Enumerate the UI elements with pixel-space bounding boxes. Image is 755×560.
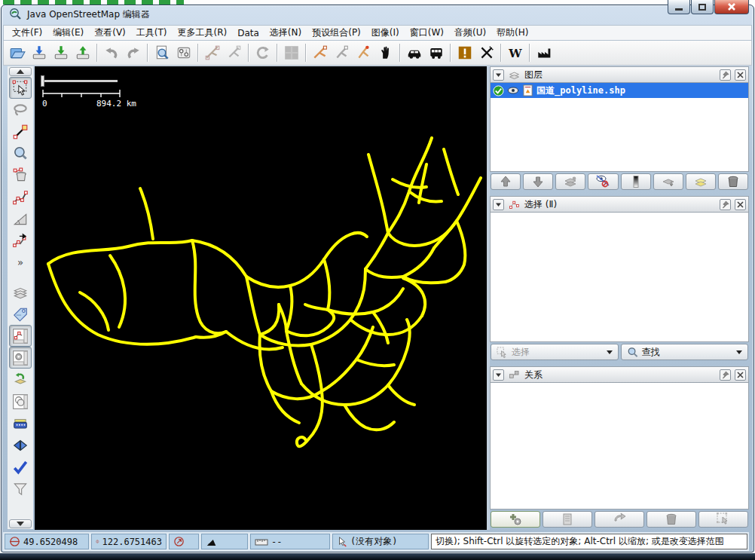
map-canvas[interactable]: 0 894.2 km — [35, 66, 487, 530]
menu-audio[interactable]: 音频(U) — [449, 25, 491, 41]
menu-selection[interactable]: 选择(N) — [264, 25, 307, 41]
tags-toggle-button[interactable] — [9, 303, 32, 325]
preset-factory-button[interactable] — [533, 42, 555, 64]
select-cursor-icon — [497, 347, 508, 358]
select-tool-button[interactable] — [9, 77, 32, 99]
delete-layer-button[interactable] — [718, 173, 748, 190]
merge-layer-down-button[interactable] — [653, 173, 683, 190]
menu-edit[interactable]: 编辑(E) — [47, 25, 89, 41]
conflict-toggle-button[interactable] — [9, 434, 32, 456]
selection-pin-button[interactable] — [720, 199, 731, 210]
selection-collapse-button[interactable] — [493, 199, 504, 210]
validator-toggle-button[interactable] — [9, 456, 32, 478]
measure-tool-button[interactable] — [9, 208, 32, 230]
search-combo-button[interactable]: 查找 — [621, 344, 749, 360]
relations-collapse-button[interactable] — [493, 369, 504, 381]
toolbar-scroll-down-button[interactable] — [9, 519, 32, 528]
menu-file[interactable]: 文件(F) — [7, 25, 47, 41]
relations-pin-button[interactable] — [720, 369, 731, 381]
layers-list: 国道_polyline.shp — [490, 83, 749, 172]
menu-tools[interactable]: 工具(T) — [131, 25, 173, 41]
layer-visibility-eye-icon[interactable] — [507, 86, 519, 95]
more-tools-button[interactable]: » — [9, 252, 32, 274]
changeset-toggle-button[interactable] — [9, 369, 32, 390]
duplicate-relation-button[interactable] — [595, 511, 644, 528]
preferences-panel-toggle-button[interactable] — [9, 347, 32, 369]
selection-close-button[interactable] — [735, 199, 746, 210]
redo-button[interactable] — [122, 42, 144, 64]
edit-relation-button[interactable] — [543, 511, 592, 528]
combine-ways-disabled-icon[interactable] — [223, 42, 245, 64]
refresh-disabled-icon[interactable] — [252, 42, 274, 64]
mappaint-toggle-button[interactable] — [9, 390, 32, 412]
menu-presets[interactable]: 预设组合(P) — [307, 25, 366, 41]
main-toolbar: W — [3, 41, 752, 66]
duplicate-layer-button[interactable] — [686, 173, 716, 190]
draw-node-tool-button[interactable] — [9, 121, 32, 142]
scale-min-label: 0 — [42, 99, 47, 109]
move-layer-up-button[interactable] — [491, 173, 521, 190]
preset-restaurant-button[interactable] — [475, 42, 497, 64]
activate-layer-button[interactable] — [555, 173, 585, 190]
maximize-icon — [698, 4, 706, 11]
map-zoom-slider[interactable] — [39, 75, 121, 87]
menu-imagery[interactable]: 图像(I) — [366, 25, 405, 41]
menu-help[interactable]: 帮助(H) — [491, 25, 533, 41]
preferences-button[interactable] — [173, 42, 194, 64]
select-relation-button[interactable] — [698, 511, 748, 528]
svg-text:W: W — [508, 47, 522, 60]
merge-nodes-disabled-icon[interactable] — [201, 42, 223, 64]
object-info-readout: (没有对象) — [332, 534, 429, 549]
maximize-button[interactable] — [691, 0, 714, 14]
scroll-up-icon — [17, 69, 24, 74]
relations-close-button[interactable] — [735, 369, 746, 381]
shapefile-layer-icon — [522, 84, 533, 96]
move-layer-down-button[interactable] — [523, 173, 553, 190]
preset-castle-button[interactable]: W — [504, 42, 526, 64]
layers-pin-button[interactable] — [720, 69, 731, 81]
filter-toggle-button[interactable] — [9, 478, 32, 500]
show-hide-layer-button[interactable] — [588, 173, 618, 190]
layer-row[interactable]: 国道_polyline.shp — [491, 83, 748, 98]
open-file-button[interactable] — [6, 42, 28, 64]
selection-panel-toggle-button[interactable] — [9, 325, 32, 347]
upload-button[interactable] — [72, 42, 93, 64]
longitude-readout: 122.6751463 — [91, 534, 167, 549]
zoom-tool-button[interactable] — [9, 142, 32, 164]
relations-list — [490, 383, 749, 510]
way-tool-button[interactable] — [9, 186, 32, 208]
menu-windows[interactable]: 窗口(W) — [405, 25, 449, 41]
zoom-slider-handle[interactable] — [41, 75, 44, 87]
layer-opacity-button[interactable] — [621, 173, 651, 190]
preset-car-button[interactable] — [403, 42, 425, 64]
combine-way-button[interactable] — [331, 42, 353, 64]
lasso-tool-button[interactable] — [9, 99, 32, 121]
minimize-button[interactable] — [668, 0, 690, 14]
unglue-way-button[interactable] — [353, 42, 374, 64]
new-relation-button[interactable] — [491, 511, 540, 528]
layers-close-button[interactable] — [735, 69, 746, 81]
follow-line-tool-button[interactable] — [9, 230, 32, 252]
layers-toggle-button[interactable] — [9, 281, 32, 303]
pan-hand-button[interactable] — [374, 42, 396, 64]
select-combo-button[interactable]: 选择 — [491, 344, 619, 360]
download-button[interactable] — [50, 42, 72, 64]
close-button[interactable] — [714, 0, 749, 14]
toolbar-scroll-up-button[interactable] — [9, 67, 32, 76]
delete-relation-button[interactable] — [646, 511, 696, 528]
tile-disabled-icon[interactable] — [280, 42, 302, 64]
search-preferences-button[interactable] — [151, 42, 173, 64]
layers-collapse-button[interactable] — [493, 69, 504, 81]
delete-tool-button[interactable] — [9, 164, 32, 186]
menu-view[interactable]: 查看(V) — [89, 25, 131, 41]
titlebar[interactable]: Java OpenStreetMap 编辑器 — [2, 5, 753, 25]
menu-more-tools[interactable]: 更多工具(R) — [173, 25, 233, 41]
menu-data[interactable]: Data — [232, 26, 264, 40]
preset-bus-button[interactable] — [425, 42, 447, 64]
authors-toggle-button[interactable] — [9, 412, 32, 434]
undo-button[interactable] — [100, 42, 122, 64]
split-way-button[interactable] — [309, 42, 331, 64]
preset-warning-button[interactable] — [454, 42, 475, 64]
layers-icon — [508, 69, 521, 81]
save-file-button[interactable] — [28, 42, 50, 64]
